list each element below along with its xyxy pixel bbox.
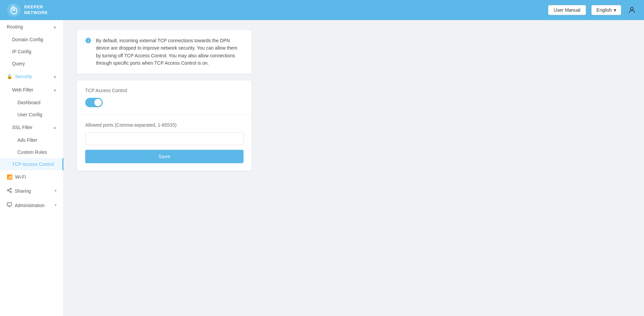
svg-point-2 — [10, 188, 11, 189]
main-content: i By default, incoming external TCP conn… — [64, 20, 644, 316]
allowed-ports-label: Allowed ports (Comma-separated, 1-65535) — [85, 122, 244, 128]
allowed-ports-section: Allowed ports (Comma-separated, 1-65535)… — [77, 115, 252, 171]
sidebar-item-query[interactable]: Query — [0, 58, 63, 70]
language-label: English — [596, 7, 612, 13]
sidebar-sharing-label: Sharing — [15, 188, 31, 194]
header: DEEPER NETWORK User Manual English ▾ — [0, 0, 644, 20]
wifi-icon: 📶 — [7, 174, 12, 180]
ssl-filter-chevron-icon: ▲ — [53, 125, 57, 129]
sidebar-item-ip-config[interactable]: IP Config — [0, 46, 63, 58]
tcp-access-control-label: TCP Access Control — [85, 88, 244, 93]
logo-area: DEEPER NETWORK — [7, 3, 70, 17]
sidebar-item-security[interactable]: 🔒 Security ▲ — [0, 70, 63, 83]
svg-line-5 — [9, 191, 10, 192]
security-lock-icon: 🔒 — [7, 74, 12, 79]
language-chevron-icon: ▾ — [614, 7, 616, 13]
layout: Routing ▲ Domain Config IP Config Query … — [0, 20, 644, 316]
tcp-access-control-toggle[interactable] — [85, 98, 103, 107]
sharing-chevron-icon: ▾ — [55, 189, 57, 193]
deeper-logo-icon — [7, 3, 21, 17]
info-description: By default, incoming external TCP connec… — [96, 37, 244, 67]
sidebar-item-domain-config[interactable]: Domain Config — [0, 34, 63, 46]
svg-point-3 — [7, 190, 9, 191]
svg-point-1 — [631, 7, 633, 10]
user-manual-button[interactable]: User Manual — [548, 5, 586, 15]
sidebar-item-ssl-filter[interactable]: SSL Filter ▲ — [0, 121, 63, 134]
sidebar-web-filter-label: Web Filter — [12, 87, 34, 92]
language-selector[interactable]: English ▾ — [591, 5, 621, 15]
sidebar-item-sharing[interactable]: Sharing ▾ — [0, 184, 63, 198]
administration-icon — [7, 202, 12, 208]
svg-text:i: i — [88, 39, 89, 43]
sidebar-item-dashboard[interactable]: Dashboard — [0, 97, 63, 109]
sidebar-routing-label: Routing — [7, 24, 23, 29]
save-button[interactable]: Save — [85, 150, 244, 163]
sidebar-item-custom-rules[interactable]: Custom Rules — [0, 146, 63, 158]
sidebar-item-routing[interactable]: Routing ▲ — [0, 20, 63, 34]
sidebar-item-administration[interactable]: Administration ▾ — [0, 198, 63, 212]
svg-point-4 — [10, 191, 11, 193]
toggle-wrap — [85, 98, 244, 107]
sidebar-ssl-filter-label: SSL Filter — [12, 125, 33, 130]
svg-line-6 — [9, 189, 10, 190]
sidebar: Routing ▲ Domain Config IP Config Query … — [0, 20, 64, 316]
sidebar-item-ads-filter[interactable]: Ads Filter — [0, 134, 63, 146]
sidebar-item-wifi[interactable]: 📶 Wi-Fi — [0, 170, 63, 184]
sidebar-wifi-label: Wi-Fi — [15, 174, 26, 180]
routing-chevron-icon: ▲ — [53, 25, 57, 29]
user-profile-icon[interactable] — [627, 5, 637, 15]
logo-text: DEEPER NETWORK — [24, 4, 48, 16]
info-icon: i — [85, 38, 91, 45]
sidebar-administration-label: Administration — [15, 203, 45, 208]
security-chevron-icon: ▲ — [53, 74, 57, 78]
administration-chevron-icon: ▾ — [55, 203, 57, 207]
sidebar-item-tcp-access-control[interactable]: TCP Access Control — [0, 158, 63, 170]
allowed-ports-input[interactable] — [85, 132, 244, 145]
sidebar-item-web-filter[interactable]: Web Filter ▲ — [0, 83, 63, 97]
toggle-knob — [94, 99, 102, 106]
web-filter-chevron-icon: ▲ — [53, 88, 57, 92]
sidebar-security-label: Security — [15, 74, 32, 79]
tcp-toggle-section: TCP Access Control — [77, 80, 252, 115]
info-box: i By default, incoming external TCP conn… — [77, 30, 252, 74]
tcp-access-control-card: TCP Access Control Allowed ports (Comma-… — [77, 80, 252, 171]
sharing-icon — [7, 188, 12, 194]
svg-rect-7 — [7, 203, 11, 206]
sidebar-item-user-config[interactable]: User Config — [0, 109, 63, 121]
header-right: User Manual English ▾ — [548, 5, 637, 15]
